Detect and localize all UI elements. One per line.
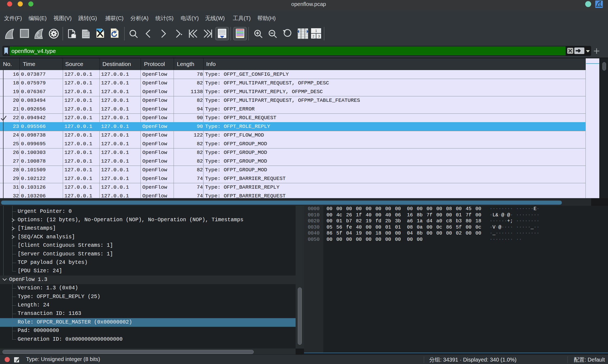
svg-text:01010: 01010 bbox=[83, 31, 89, 33]
svg-text:01110: 01110 bbox=[83, 35, 89, 37]
svg-text:01101: 01101 bbox=[83, 33, 89, 35]
svg-text:1: 1 bbox=[315, 29, 317, 33]
svg-text:3: 3 bbox=[318, 34, 320, 38]
svg-text:2: 2 bbox=[312, 34, 314, 38]
